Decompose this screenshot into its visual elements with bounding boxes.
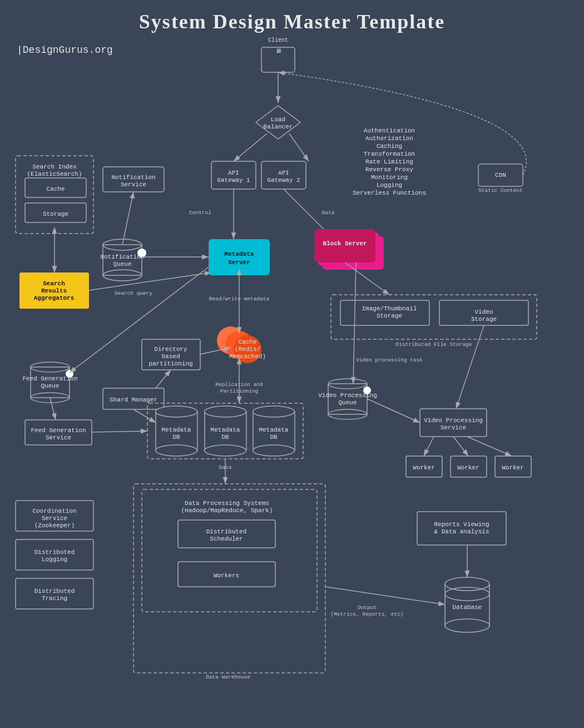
lb-text1: Load — [271, 116, 285, 123]
gw-features-text9: Serverless Functions — [353, 190, 426, 196]
meta-db2-bottom — [205, 445, 246, 456]
img-storage-text2: Storage — [377, 313, 402, 319]
control-label: Control — [189, 210, 211, 216]
meta-server-text1: Metadata — [225, 251, 254, 257]
db-bottom — [445, 619, 489, 632]
arrow-sm-dp — [156, 370, 171, 388]
api-gw1-text2: Gateway 1 — [217, 177, 250, 184]
arrow-vps-w1 — [424, 437, 434, 456]
worker1-text: Worker — [413, 464, 435, 471]
arrow-vps-w2 — [453, 437, 468, 456]
client-label: 🖥 — [275, 48, 281, 55]
notif-svc-text2: Service — [121, 181, 146, 188]
vps-text1: Video Processing — [424, 417, 483, 424]
arrow-sm-dbs — [133, 409, 156, 423]
worker2-text: Worker — [457, 464, 479, 471]
fgq-text2: Queue — [41, 383, 59, 389]
meta-db2-text1: Metadata — [211, 427, 240, 433]
meta-db2-text2: DB — [221, 434, 229, 440]
reports-text1: Reports Viewing — [434, 521, 489, 528]
gw-features-text6: Reverse Proxy — [365, 166, 413, 173]
cache-text3: Memcached) — [229, 353, 266, 360]
gw-features-text7: Monitoring — [371, 174, 408, 181]
coord-svc-text2: Service — [42, 515, 67, 522]
meta-db1-bottom — [156, 445, 197, 456]
search-query-label: Search query — [115, 290, 153, 296]
block-server-text1: Block Server — [323, 240, 367, 247]
shard-mgr-text: Shard Manager — [110, 397, 157, 403]
meta-db3-top — [253, 406, 295, 417]
vpq-text2: Queue — [338, 399, 357, 406]
si-storage-text: Storage — [43, 211, 68, 217]
gw-features-text5: Rate Limiting — [365, 159, 413, 165]
client-text: Client — [268, 37, 288, 43]
notif-queue-text2: Queue — [113, 261, 131, 268]
arrow-vps-w3 — [467, 437, 512, 456]
dist-scheduler-text1: Distributed — [206, 528, 247, 535]
gw-features-text8: Logging — [377, 182, 402, 189]
meta-db3-text2: DB — [270, 434, 278, 440]
static-content-label: Static Content — [478, 187, 523, 194]
system-diagram: 🖥 Client Load Balancer API Gateway 1 API… — [0, 0, 584, 728]
meta-db1-text2: DB — [172, 434, 180, 440]
dps-text2: (Hadoop/MapReduce, Spark) — [181, 507, 273, 514]
api-gw2-text1: API — [278, 170, 289, 176]
db-text: Database — [453, 604, 482, 611]
fgq-text1: Feed Generation — [22, 375, 77, 382]
fgs-text2: Service — [46, 434, 71, 441]
meta-db3-text1: Metadata — [259, 427, 289, 433]
fgs-text1: Feed Generation — [31, 427, 86, 434]
gw-features-text2: Authorization — [365, 135, 413, 142]
dist-logging-text2: Logging — [42, 556, 67, 563]
sr-text1: Search — [43, 280, 65, 287]
arrow-bs-vpq — [353, 263, 356, 384]
arrow-fgs-dbs — [92, 431, 147, 432]
dps-workers-text: Workers — [214, 572, 239, 579]
distributed-file-storage-box — [331, 295, 537, 339]
cache-text2: (Redis/ — [235, 346, 260, 353]
api-gw2-text2: Gateway 2 — [267, 177, 300, 184]
notif-svc-text1: Notification — [111, 174, 155, 181]
reports-text2: & Data analysis — [434, 528, 489, 535]
search-index-text2: (ElasticSearch) — [27, 171, 82, 177]
arrow-vs-vps — [456, 325, 484, 409]
meta-db2-top — [205, 406, 246, 417]
coord-svc-text1: Coordination — [32, 508, 76, 514]
cache-text1: Cache — [238, 339, 256, 345]
data-label: Data — [322, 210, 335, 216]
vps-text2: Service — [441, 424, 466, 431]
search-index-text1: Search Index — [32, 164, 77, 170]
video-storage-text: Video — [474, 309, 493, 315]
meta-server-text2: Server — [228, 259, 250, 266]
db-top — [445, 577, 489, 591]
sr-text3: Aggregators — [34, 295, 75, 301]
notif-queue-text1: Notification — [100, 254, 144, 260]
output-label2: (Metrics, Reports, etc) — [330, 611, 403, 617]
gw-features-text3: Caching — [377, 143, 402, 150]
img-storage-text1: Image/Thumbnail — [362, 305, 417, 312]
meta-db1-top — [156, 406, 197, 417]
si-cache-text: Cache — [46, 186, 65, 192]
lb-text2: Balancer — [264, 123, 293, 130]
dist-scheduler-text2: Scheduler — [210, 536, 242, 542]
vpq-text1: Video Processing — [318, 392, 377, 399]
arrow-lb-gw2 — [289, 133, 309, 161]
gw-features-text4: Transformation — [364, 151, 415, 157]
dir-part-text2: based — [161, 353, 180, 360]
vpt-label: Video processing task — [356, 357, 423, 363]
data-warehouse-label: Data Warehouse — [206, 674, 250, 680]
dps-text1: Data Processing Systems — [185, 500, 269, 507]
cdn-text: CDN — [495, 172, 506, 179]
page: System Design Master Template |DesignGur… — [0, 0, 584, 728]
dist-tracing-text2: Tracing — [42, 595, 67, 602]
meta-db1-text1: Metadata — [162, 427, 191, 433]
arrow-dps-db — [325, 587, 445, 605]
sr-text2: Results — [41, 288, 67, 294]
meta-db3-bottom — [253, 445, 295, 456]
dist-file-storage-label: Distributed File Storage — [396, 341, 472, 348]
video-storage-text2: Storage — [471, 316, 497, 323]
worker3-text: Worker — [502, 464, 524, 471]
arrow-nq-ns — [122, 192, 133, 245]
dir-part-text1: Directory — [154, 346, 187, 353]
dir-part-text3: partitioning — [149, 360, 192, 367]
